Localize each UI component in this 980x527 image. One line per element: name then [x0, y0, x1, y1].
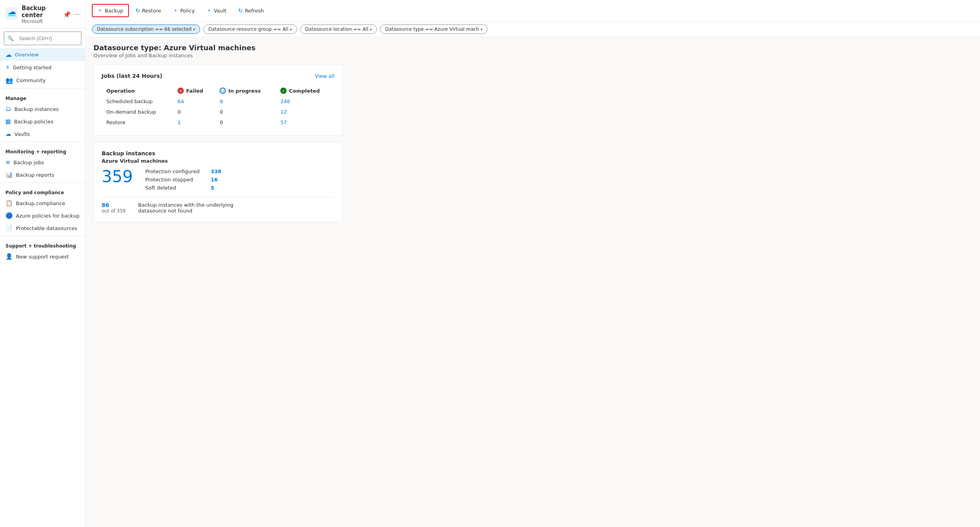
sidebar-header: Backup center Microsoft 📌 ···	[0, 0, 85, 28]
inprogress-cell: 0	[215, 107, 276, 117]
ondemand-completed-link[interactable]: 12	[280, 109, 287, 115]
vault-button[interactable]: ＋ Vault	[201, 4, 232, 17]
backup-policies-label: Backup policies	[14, 119, 53, 125]
completed-cell: 12	[276, 107, 334, 117]
sidebar: Backup center Microsoft 📌 ··· 🔍 ☁ Overvi…	[0, 0, 86, 527]
sidebar-item-azure-policies[interactable]: 🔵 Azure policies for backup	[0, 209, 85, 222]
support-section-label: Support + troubleshooting	[0, 238, 85, 250]
sidebar-item-overview[interactable]: ☁ Overview	[0, 48, 85, 61]
scheduled-inprogress-link[interactable]: 8	[220, 98, 223, 104]
location-filter[interactable]: Datasource location == All ▾	[300, 25, 377, 34]
table-row: Restore 1 0 57	[102, 117, 334, 128]
backup-jobs-label: Backup jobs	[14, 160, 44, 165]
inprogress-cell: 0	[215, 117, 276, 128]
restore-icon: ↺	[135, 7, 140, 14]
subscription-filter[interactable]: Datasource subscription == 66 selected ▾	[92, 25, 200, 34]
jobs-icon: ≡	[5, 159, 11, 166]
resource-group-filter-label: Datasource resource group == All	[208, 26, 289, 32]
search-input[interactable]	[16, 33, 78, 43]
divider-manage	[0, 88, 85, 89]
backup-instances-label: Backup instances	[14, 106, 59, 112]
inprogress-header: In progress	[215, 85, 276, 96]
support-icon: 👤	[5, 253, 13, 260]
protection-configured-value[interactable]: 338	[211, 169, 221, 174]
table-row: Scheduled backup 64 8 246	[102, 96, 334, 107]
jobs-header-row: Operation ✕ Failed	[102, 85, 334, 96]
bi-orphan-count-link[interactable]: 86	[102, 202, 126, 208]
resource-group-filter[interactable]: Datasource resource group == All ▾	[203, 25, 297, 34]
backup-button[interactable]: ＋ Backup	[92, 4, 129, 17]
content-area: Datasource type: Azure Virtual machines …	[86, 37, 980, 527]
policy-btn-label: Policy	[180, 8, 195, 14]
backup-instances-card-title: Backup instances	[102, 150, 334, 156]
jobs-card-title: Jobs (last 24 Hours)	[102, 73, 162, 79]
protectable-icon: 📄	[5, 225, 13, 232]
soft-deleted-value[interactable]: 5	[211, 185, 214, 191]
sidebar-item-backup-jobs[interactable]: ≡ Backup jobs	[0, 156, 85, 169]
completed-cell: 57	[276, 117, 334, 128]
restore-button[interactable]: ↺ Restore	[130, 5, 166, 16]
sidebar-item-backup-reports[interactable]: 📊 Backup reports	[0, 169, 85, 181]
operation-cell: Scheduled backup	[102, 96, 173, 107]
sidebar-item-getting-started[interactable]: ⚡ Getting started	[0, 61, 85, 74]
protectable-label: Protectable datasources	[16, 225, 77, 231]
protection-stopped-label: Protection stopped	[145, 177, 208, 183]
backup-instances-card: Backup instances Azure Virtual machines …	[93, 142, 343, 222]
jobs-table-body: Scheduled backup 64 8 246 On-demand back…	[102, 96, 334, 128]
bi-orphan-description: Backup instances with the underlying dat…	[138, 202, 255, 214]
backup-instances-body: 359 Protection configured 338 Protection…	[102, 169, 334, 191]
scheduled-completed-link[interactable]: 246	[280, 98, 290, 104]
sidebar-search-area: 🔍	[0, 28, 85, 48]
vault-plus-icon: ＋	[206, 7, 212, 14]
jobs-view-all-link[interactable]: View all	[315, 73, 334, 79]
vault-btn-label: Vault	[214, 8, 227, 14]
divider-monitoring	[0, 142, 85, 142]
protection-stopped-value[interactable]: 16	[211, 177, 218, 183]
pin-icon[interactable]: 📌	[63, 11, 71, 18]
search-wrap: 🔍	[4, 32, 81, 45]
bi-stat-row: Protection stopped 16	[145, 177, 221, 183]
sidebar-overview-label: Overview	[15, 52, 39, 58]
instances-icon: 🗂	[5, 105, 11, 112]
bi-orphan-sub-label: out of 359	[102, 208, 126, 214]
support-label: New support request	[16, 254, 69, 260]
top-nav: ☁ Overview ⚡ Getting started 👥 Community	[0, 48, 85, 87]
policy-button[interactable]: ＋ Policy	[168, 4, 200, 17]
vaults-label: Vaults	[14, 131, 30, 137]
ondemand-inprogress-value: 0	[220, 109, 223, 115]
page-title: Datasource type: Azure Virtual machines	[93, 44, 972, 52]
sidebar-item-backup-instances[interactable]: 🗂 Backup instances	[0, 103, 85, 115]
reports-icon: 📊	[5, 171, 13, 178]
sidebar-item-protectable-datasources[interactable]: 📄 Protectable datasources	[0, 222, 85, 234]
jobs-table: Operation ✕ Failed	[102, 85, 334, 128]
app-title: Backup center	[21, 5, 63, 19]
toolbar: ＋ Backup ↺ Restore ＋ Policy ＋ Vault ↻ Re…	[86, 0, 980, 21]
refresh-button[interactable]: ↻ Refresh	[233, 5, 269, 16]
app-subtitle: Microsoft	[21, 19, 63, 24]
restore-btn-label: Restore	[142, 8, 161, 14]
jobs-card: Jobs (last 24 Hours) View all Operation …	[93, 65, 343, 136]
completed-status-header: ✓ Completed	[280, 88, 330, 94]
sidebar-item-backup-policies[interactable]: ▦ Backup policies	[0, 115, 85, 128]
restore-completed-link[interactable]: 57	[280, 119, 287, 125]
backup-instances-total-count: 359	[102, 169, 133, 185]
backup-compliance-label: Backup compliance	[16, 200, 65, 206]
search-icon: 🔍	[7, 35, 14, 41]
completed-header-label: Completed	[289, 88, 320, 94]
more-icon[interactable]: ···	[74, 11, 80, 18]
scheduled-failed-link[interactable]: 64	[178, 98, 184, 104]
app-logo	[5, 7, 18, 21]
restore-failed-link[interactable]: 1	[178, 119, 181, 125]
backup-instances-stats: Protection configured 338 Protection sto…	[145, 169, 221, 191]
sidebar-item-new-support-request[interactable]: 👤 New support request	[0, 250, 85, 263]
datasource-type-filter[interactable]: Datasource type == Azure Virtual mach ▾	[380, 25, 487, 34]
compliance-icon: 📋	[5, 200, 13, 207]
inprogress-header-label: In progress	[228, 88, 260, 94]
backup-reports-label: Backup reports	[16, 172, 54, 178]
sidebar-item-community[interactable]: 👥 Community	[0, 74, 85, 87]
manage-section-label: Manage	[0, 90, 85, 103]
datasource-type-filter-label: Datasource type == Azure Virtual mach	[385, 26, 479, 32]
resource-group-chevron-icon: ▾	[290, 27, 292, 32]
sidebar-item-backup-compliance[interactable]: 📋 Backup compliance	[0, 197, 85, 209]
sidebar-item-vaults[interactable]: ☁ Vaults	[0, 128, 85, 140]
